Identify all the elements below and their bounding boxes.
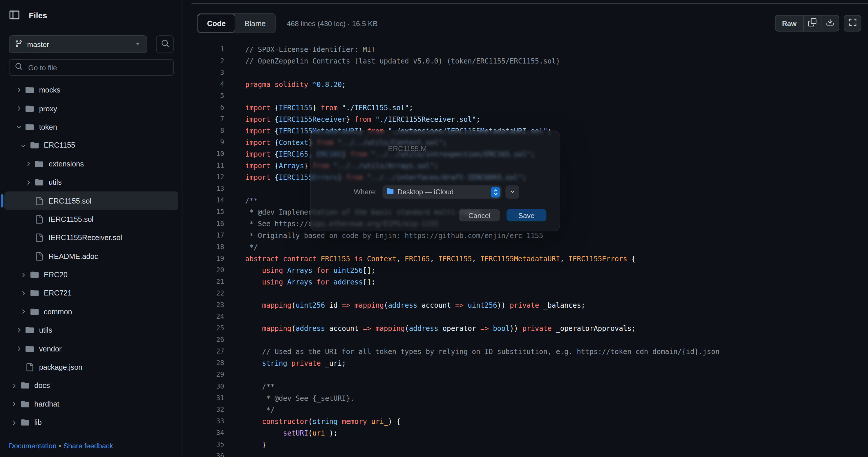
tab-blame[interactable]: Blame bbox=[235, 14, 275, 33]
download-raw-button[interactable] bbox=[822, 15, 839, 32]
line-source: /** bbox=[224, 381, 275, 392]
tree-item-hardhat[interactable]: hardhat bbox=[4, 395, 178, 414]
tree-item-erc20[interactable]: ERC20 bbox=[4, 266, 178, 284]
line-number[interactable]: 3 bbox=[191, 67, 224, 78]
tree-item-mocks[interactable]: mocks bbox=[4, 81, 178, 99]
folder-icon bbox=[25, 123, 34, 132]
cancel-button[interactable]: Cancel bbox=[459, 209, 500, 221]
line-number[interactable]: 33 bbox=[191, 416, 224, 427]
line-number[interactable]: 6 bbox=[191, 102, 224, 113]
tree-item-lib[interactable]: lib bbox=[4, 413, 178, 432]
line-number[interactable]: 35 bbox=[191, 439, 224, 450]
code-line: 21 using Arrays for address[]; bbox=[191, 276, 868, 288]
tree-item-extensions[interactable]: extensions bbox=[4, 155, 178, 173]
line-number[interactable]: 12 bbox=[191, 172, 224, 183]
chevron-right-icon bbox=[13, 344, 24, 353]
line-source: using Arrays for uint256[]; bbox=[224, 264, 375, 276]
line-number[interactable]: 18 bbox=[191, 241, 224, 253]
tree-item-ierc1155.sol[interactable]: IERC1155.sol bbox=[4, 210, 178, 229]
line-number[interactable]: 23 bbox=[191, 299, 224, 311]
line-number[interactable]: 26 bbox=[191, 334, 224, 346]
code-line: 2 // OpenZeppelin Contracts (last update… bbox=[191, 55, 868, 67]
fullscreen-view-button[interactable] bbox=[844, 15, 861, 32]
line-number[interactable]: 29 bbox=[191, 369, 224, 381]
tree-item-ierc1155receiver.sol[interactable]: IERC1155Receiver.sol bbox=[4, 228, 178, 247]
line-number[interactable]: 34 bbox=[191, 427, 224, 439]
code-lines: 1 // SPDX-License-Identifier: MIT 2 // O… bbox=[191, 43, 868, 457]
tree-item-label: package.json bbox=[39, 363, 83, 371]
line-number[interactable]: 25 bbox=[191, 322, 224, 334]
line-number[interactable]: 32 bbox=[191, 404, 224, 416]
code-line: 33 constructor(string memory uri_) { bbox=[191, 416, 868, 427]
line-number[interactable]: 24 bbox=[191, 311, 224, 322]
share-feedback-link[interactable]: Share feedback bbox=[64, 442, 113, 450]
line-source: // SPDX-License-Identifier: MIT bbox=[224, 44, 375, 55]
line-number[interactable]: 31 bbox=[191, 392, 224, 404]
line-number[interactable]: 7 bbox=[191, 113, 224, 125]
line-number[interactable]: 21 bbox=[191, 276, 224, 288]
line-number[interactable]: 36 bbox=[191, 450, 224, 457]
line-source bbox=[224, 288, 245, 299]
documentation-link[interactable]: Documentation bbox=[9, 442, 57, 450]
tree-item-docs[interactable]: docs bbox=[4, 377, 178, 395]
line-number[interactable]: 15 bbox=[191, 206, 224, 218]
chevron-right-icon bbox=[18, 141, 28, 150]
line-number[interactable]: 28 bbox=[191, 358, 224, 369]
sidebar-footer: Documentation•Share feedback bbox=[9, 442, 113, 450]
tree-item-token[interactable]: token bbox=[4, 118, 178, 136]
line-number[interactable]: 10 bbox=[191, 148, 224, 160]
tree-item-erc721[interactable]: ERC721 bbox=[4, 284, 178, 302]
tree-item-utils[interactable]: utils bbox=[4, 321, 178, 339]
tree-item-proxy[interactable]: proxy bbox=[4, 99, 178, 118]
tree-item-readme.adoc[interactable]: README.adoc bbox=[4, 247, 178, 266]
line-number[interactable]: 4 bbox=[191, 78, 224, 90]
chevron-right-icon bbox=[18, 289, 28, 298]
code-line: 24 bbox=[191, 311, 868, 322]
line-number[interactable]: 14 bbox=[191, 195, 224, 206]
tab-code[interactable]: Code bbox=[197, 14, 235, 33]
line-number[interactable]: 8 bbox=[191, 125, 224, 137]
code-line: 35 } bbox=[191, 439, 868, 450]
tree-item-utils[interactable]: utils bbox=[4, 173, 178, 192]
sidebar-title: Files bbox=[29, 11, 47, 20]
line-number[interactable]: 9 bbox=[191, 137, 224, 148]
line-number[interactable]: 17 bbox=[191, 230, 224, 241]
line-number[interactable]: 27 bbox=[191, 346, 224, 358]
line-source bbox=[224, 334, 245, 346]
branch-selector-button[interactable]: master bbox=[9, 35, 147, 53]
line-number[interactable]: 5 bbox=[191, 90, 224, 102]
copy-raw-button[interactable] bbox=[804, 15, 822, 32]
line-source bbox=[224, 369, 245, 381]
line-number[interactable]: 13 bbox=[191, 183, 224, 195]
save-button[interactable]: Save bbox=[506, 209, 546, 221]
code-line: 22 bbox=[191, 288, 868, 299]
line-number[interactable]: 19 bbox=[191, 253, 224, 264]
raw-button[interactable]: Raw bbox=[775, 15, 804, 32]
line-source: * Originally based on code by Enjin: htt… bbox=[224, 230, 544, 241]
copy-icon bbox=[808, 18, 817, 28]
line-number[interactable]: 2 bbox=[191, 55, 224, 67]
line-number[interactable]: 22 bbox=[191, 288, 224, 299]
collapse-file-tree-button[interactable] bbox=[7, 8, 22, 23]
line-number[interactable]: 30 bbox=[191, 381, 224, 392]
line-source bbox=[224, 183, 245, 195]
line-number[interactable]: 16 bbox=[191, 218, 224, 230]
code-blame-switch: Code Blame bbox=[197, 13, 276, 33]
line-source bbox=[224, 311, 245, 322]
tree-item-package.json[interactable]: package.json bbox=[4, 358, 178, 377]
line-number[interactable]: 20 bbox=[191, 264, 224, 276]
expand-save-dialog-button[interactable] bbox=[505, 185, 519, 199]
tree-item-common[interactable]: common bbox=[4, 302, 178, 321]
line-number[interactable]: 1 bbox=[191, 44, 224, 55]
line-source: string private _uri; bbox=[224, 358, 346, 369]
tree-item-erc1155[interactable]: ERC1155 bbox=[4, 136, 178, 155]
code-line: 34 _setURI(uri_); bbox=[191, 427, 868, 439]
go-to-file-input[interactable] bbox=[27, 63, 168, 72]
code-line: 26 bbox=[191, 334, 868, 346]
where-dropdown[interactable]: Desktop — iCloud bbox=[383, 185, 502, 199]
tree-item-erc1155.sol[interactable]: ERC1155.sol bbox=[4, 192, 178, 210]
search-repository-button[interactable] bbox=[156, 35, 174, 53]
tree-item-vendor[interactable]: vendor bbox=[4, 339, 178, 358]
line-number[interactable]: 11 bbox=[191, 160, 224, 171]
line-source bbox=[224, 90, 245, 102]
